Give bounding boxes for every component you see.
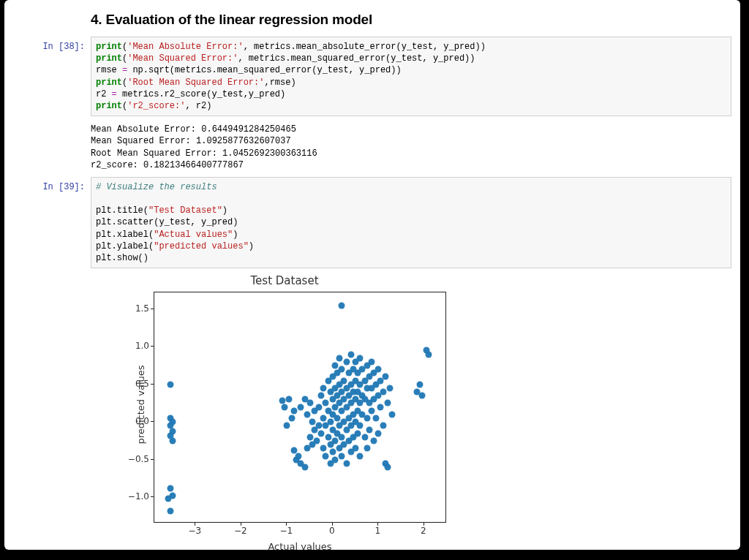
chart-point <box>368 358 374 365</box>
chart-point <box>288 415 295 422</box>
chart-point <box>357 355 364 361</box>
chart-point <box>357 453 364 459</box>
chart-point <box>380 423 386 429</box>
chart-point <box>353 445 359 452</box>
chart-point <box>316 404 323 410</box>
chart-ytick: 1.0 <box>113 341 149 351</box>
chart-point <box>377 404 384 410</box>
chart-point <box>318 430 325 436</box>
chart-point <box>339 302 345 309</box>
chart-point <box>295 453 301 459</box>
chart-point <box>343 460 350 466</box>
chart-point <box>339 434 345 440</box>
chart-point <box>331 456 338 463</box>
chart-point <box>336 355 343 361</box>
chart-point <box>282 404 288 410</box>
chart-point <box>416 381 423 387</box>
chart-point <box>323 453 329 459</box>
chart-point <box>426 351 432 357</box>
chart-point <box>364 415 370 422</box>
chart-point <box>382 374 388 380</box>
chart-point <box>355 430 361 436</box>
scatter-chart: Test Dataset predicted values Actual val… <box>91 274 478 550</box>
cell-prompt: In [38]: <box>19 37 91 53</box>
chart-point <box>327 419 334 425</box>
chart-point <box>334 415 341 422</box>
chart-point <box>361 434 368 440</box>
chart-xlabel: Actual values <box>154 541 446 550</box>
chart-point <box>368 407 374 414</box>
chart-point <box>323 400 329 406</box>
chart-point <box>339 453 345 459</box>
chart-xtick: −2 <box>234 526 247 536</box>
chart-xtick: 2 <box>421 526 426 536</box>
chart-point <box>329 449 336 455</box>
chart-ylabel: predicted values <box>101 274 180 550</box>
cell-prompt: In [39]: <box>19 177 91 193</box>
chart-point <box>320 445 327 452</box>
chart-ytick: 1.5 <box>113 303 149 314</box>
chart-point <box>284 423 290 429</box>
chart-point <box>418 393 425 399</box>
chart-point <box>313 437 320 444</box>
chart-point <box>309 419 315 425</box>
chart-xtick: 1 <box>374 526 380 536</box>
chart-point <box>320 415 327 422</box>
chart-point <box>373 415 380 422</box>
chart-ytick: 0.0 <box>113 416 149 426</box>
chart-point <box>331 363 338 369</box>
chart-point <box>316 423 323 429</box>
chart-point <box>375 430 382 436</box>
chart-point <box>341 377 347 384</box>
chart-xtick: 0 <box>329 526 335 536</box>
chart-point <box>318 393 325 399</box>
code-input[interactable]: print('Mean Absolute Error:', metrics.me… <box>91 37 731 116</box>
chart-point <box>386 385 393 391</box>
chart-point <box>380 389 386 396</box>
code-cell-38: In [38]: print('Mean Absolute Error:', m… <box>19 37 731 116</box>
chart-ytick: −0.5 <box>113 454 149 464</box>
chart-point <box>347 351 354 357</box>
chart-point <box>384 400 391 406</box>
cell-plot-output: Test Dataset predicted values Actual val… <box>91 271 731 550</box>
chart-point <box>325 434 331 440</box>
code-cell-39: In [39]: # Visualize the results plt.tit… <box>19 177 731 268</box>
chart-point <box>375 366 382 373</box>
chart-point <box>306 434 313 440</box>
chart-point <box>364 445 370 452</box>
chart-point <box>320 385 327 391</box>
chart-point <box>371 437 377 444</box>
chart-point <box>304 411 311 417</box>
chart-point <box>331 437 338 444</box>
chart-point <box>384 463 391 470</box>
chart-point <box>343 358 350 365</box>
chart-point <box>357 423 364 429</box>
chart-point <box>290 407 297 414</box>
chart-ytick: 0.5 <box>113 379 149 389</box>
chart-point <box>389 411 396 417</box>
chart-plot-area <box>154 292 446 523</box>
chart-point <box>298 404 304 410</box>
chart-xtick: −1 <box>279 526 293 536</box>
chart-point <box>286 396 293 403</box>
chart-point <box>302 463 309 470</box>
code-input[interactable]: # Visualize the results plt.title("Test … <box>91 177 731 268</box>
chart-ytick: −1.0 <box>113 491 149 502</box>
chart-point <box>366 426 372 433</box>
section-heading: 4. Evaluation of the linear regression m… <box>91 12 731 28</box>
chart-point <box>306 400 313 406</box>
cell-text-output: Mean Absolute Error: 0.6449491284250465 … <box>91 119 731 177</box>
chart-xtick: −3 <box>188 526 201 536</box>
chart-point <box>339 366 345 373</box>
